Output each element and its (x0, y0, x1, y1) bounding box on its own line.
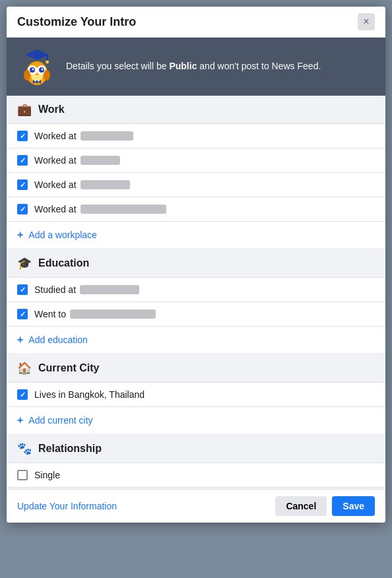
education-section-title: Education (38, 257, 89, 269)
save-button[interactable]: Save (332, 496, 375, 516)
customize-intro-modal: Customize Your Intro × (7, 7, 385, 523)
blurred-edu-1 (80, 285, 139, 294)
work-checkbox-2[interactable] (17, 155, 28, 166)
work-item-1: Worked at (7, 123, 385, 148)
modal-body: 💼 Work Worked at Worked at (7, 96, 385, 489)
svg-point-16 (24, 70, 30, 80)
work-item-text-1: Worked at (34, 131, 133, 141)
relationship-checkbox-1[interactable] (17, 470, 28, 480)
add-city-row[interactable]: + Add current city (7, 406, 385, 434)
work-checkbox-4[interactable] (17, 204, 28, 214)
info-banner: Details you select will be Public and wo… (7, 38, 385, 96)
current-city-section-header: 🏠 Current City (7, 354, 385, 382)
relationship-section: 🐾 Relationship Single (7, 435, 385, 488)
education-checkbox-2[interactable] (17, 309, 28, 319)
svg-point-3 (46, 61, 49, 64)
work-icon: 💼 (17, 102, 32, 117)
education-section-header: 🎓 Education (7, 249, 385, 277)
city-icon: 🏠 (17, 361, 32, 375)
add-workplace-row[interactable]: + Add a workplace (7, 221, 385, 248)
education-section: 🎓 Education Studied at Went to (7, 249, 385, 353)
svg-point-11 (42, 69, 44, 71)
relationship-icon: 🐾 (17, 441, 32, 456)
close-button[interactable]: × (358, 13, 375, 30)
work-item-3: Worked at (7, 172, 385, 197)
relationship-item-1: Single (7, 463, 385, 488)
education-icon: 🎓 (17, 256, 32, 271)
add-education-label: Add education (28, 335, 88, 345)
work-section-header: 💼 Work (7, 96, 385, 123)
education-checkbox-1[interactable] (17, 284, 28, 295)
blurred-work-3 (81, 180, 130, 189)
city-item-text-1: Lives in Bangkok, Thailand (34, 389, 145, 400)
cancel-button[interactable]: Cancel (275, 496, 327, 516)
banner-text: Details you select will be Public and wo… (66, 60, 321, 73)
work-item-4: Worked at (7, 197, 385, 221)
add-city-icon: + (17, 414, 23, 426)
work-item-text-3: Worked at (34, 179, 130, 190)
blurred-edu-2 (70, 309, 156, 319)
add-workplace-icon: + (17, 229, 23, 241)
work-checkbox-3[interactable] (17, 179, 28, 190)
modal-footer: Update Your Information Cancel Save (7, 489, 385, 523)
current-city-section-title: Current City (38, 362, 99, 374)
relationship-section-header: 🐾 Relationship (7, 435, 385, 463)
work-item-text-2: Worked at (34, 155, 120, 166)
work-section-title: Work (38, 104, 65, 115)
add-city-label: Add current city (28, 415, 92, 426)
blurred-work-2 (81, 156, 120, 165)
modal-overlay: Customize Your Intro × (7, 7, 385, 523)
city-item-1: Lives in Bangkok, Thailand (7, 382, 385, 406)
current-city-section: 🏠 Current City Lives in Bangkok, Thailan… (7, 354, 385, 434)
owl-icon (17, 47, 57, 86)
education-item-text-2: Went to (34, 309, 156, 319)
relationship-item-text-1: Single (34, 470, 60, 480)
add-workplace-label: Add a workplace (28, 230, 97, 240)
add-education-row[interactable]: + Add education (7, 326, 385, 353)
modal-title: Customize Your Intro (17, 15, 136, 29)
blurred-work-1 (81, 131, 133, 141)
work-section: 💼 Work Worked at Worked at (7, 96, 385, 248)
modal-header: Customize Your Intro × (7, 7, 385, 38)
work-checkbox-1[interactable] (17, 131, 28, 141)
education-item-text-1: Studied at (34, 284, 139, 295)
relationship-section-title: Relationship (38, 443, 102, 455)
education-item-2: Went to (7, 302, 385, 326)
footer-buttons: Cancel Save (275, 496, 375, 516)
work-item-2: Worked at (7, 148, 385, 172)
svg-point-15 (36, 80, 38, 83)
svg-point-17 (44, 70, 50, 80)
blurred-work-4 (81, 205, 166, 214)
education-item-1: Studied at (7, 277, 385, 302)
svg-point-10 (32, 69, 34, 71)
add-education-icon: + (17, 334, 23, 346)
work-item-text-4: Worked at (34, 204, 166, 214)
city-checkbox-1[interactable] (17, 389, 28, 400)
update-info-link[interactable]: Update Your Information (17, 501, 117, 511)
